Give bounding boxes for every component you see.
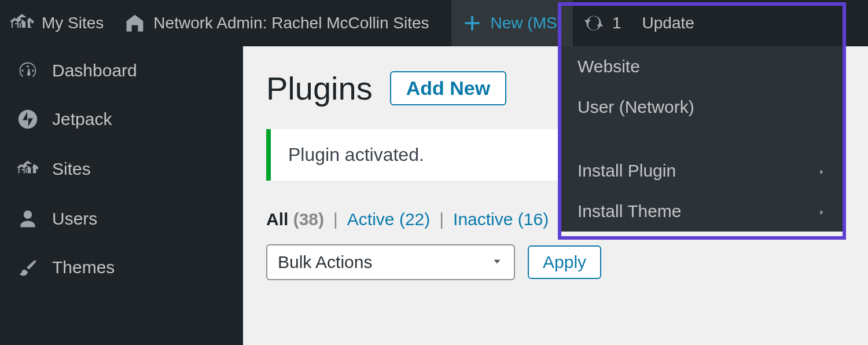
updates-text-link[interactable]: Update [632,0,705,46]
sidebar-themes-label: Themes [52,258,115,277]
plus-icon [462,13,483,34]
refresh-icon [583,13,604,34]
apply-button[interactable]: Apply [528,245,601,279]
multisite-icon [10,12,34,35]
dropdown-item-user-network[interactable]: User (Network) [560,87,844,127]
updates-link[interactable]: 1 [573,0,632,46]
sidebar-item-users[interactable]: Users [0,194,243,243]
dropdown-item-install-plugin[interactable]: Install Plugin [560,151,844,191]
filter-inactive[interactable]: Inactive (16) [453,210,549,229]
bulk-select-value: Bulk Actions [278,252,372,271]
new-label: New (MS) [491,14,562,32]
sidebar-sites-label: Sites [52,159,91,179]
home-icon [124,13,145,34]
sidebar-item-themes[interactable]: Themes [0,243,243,292]
filter-all[interactable]: All (38) [266,210,324,229]
mysites-link[interactable]: My Sites [0,0,114,46]
sidebar-jetpack-label: Jetpack [52,109,112,129]
bulk-actions-row: Bulk Actions Apply [266,244,845,280]
mysites-label: My Sites [42,14,104,32]
sites-icon [17,157,38,181]
jetpack-icon [17,109,38,130]
notice-text: Plugin activated. [288,144,424,165]
filter-active[interactable]: Active (22) [347,210,430,229]
new-dropdown: Website User (Network) Install Plugin In… [560,46,844,232]
dashboard-icon [17,60,38,81]
bulk-actions-select[interactable]: Bulk Actions [266,244,515,280]
network-admin-link[interactable]: Network Admin: Rachel McCollin Sites [114,0,439,46]
sidebar-item-sites[interactable]: Sites [0,144,243,194]
chevron-down-icon [491,252,503,272]
network-admin-label: Network Admin: Rachel McCollin Sites [153,14,429,32]
add-new-button[interactable]: Add New [390,71,506,105]
sidebar-users-label: Users [52,209,97,229]
page-title: Plugins [266,69,373,107]
dropdown-item-website[interactable]: Website [560,46,844,87]
brush-icon [17,257,38,278]
updates-count: 1 [612,14,621,32]
sidebar-item-dashboard[interactable]: Dashboard [0,46,243,95]
svg-point-0 [19,110,37,129]
sidebar-dashboard-label: Dashboard [52,61,137,80]
users-icon [17,208,38,229]
updates-text: Update [642,14,694,32]
new-menu-toggle[interactable]: New (MS) [451,0,573,46]
dropdown-item-install-theme[interactable]: Install Theme [560,191,844,232]
sidebar-item-jetpack[interactable]: Jetpack [0,95,243,144]
chevron-right-icon [817,201,826,221]
admin-bar: My Sites Network Admin: Rachel McCollin … [0,0,868,46]
admin-sidebar: Dashboard Jetpack Sites Users Themes [0,46,243,345]
chevron-right-icon [817,161,826,181]
